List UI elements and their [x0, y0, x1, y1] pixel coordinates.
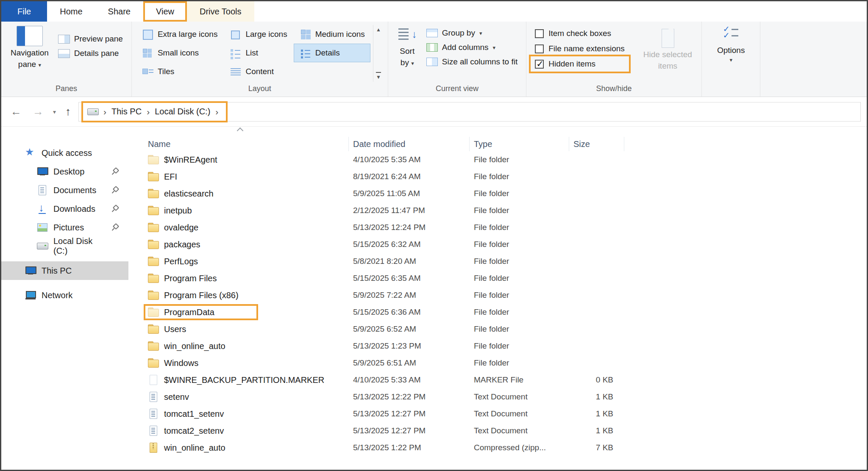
hide-selected-items-button[interactable]: Hide selected items — [638, 28, 697, 72]
file-icon — [148, 307, 159, 317]
group-by-button[interactable]: Group by ▾ — [422, 26, 522, 40]
ribbon-tab[interactable]: View — [143, 1, 187, 22]
ribbon-tab-label: Home — [60, 7, 82, 17]
details-pane-button[interactable]: Details pane — [54, 46, 127, 61]
file-name-cell[interactable]: ProgramData — [145, 306, 256, 319]
file-name-cell[interactable]: win_online_auto — [145, 441, 231, 454]
file-row[interactable]: Program Files 5/15/2025 6:35 AM File fol… — [128, 270, 867, 287]
breadcrumb-chevron-icon[interactable]: › — [215, 107, 218, 117]
ribbon-tab[interactable]: Share — [95, 1, 143, 22]
up-icon[interactable]: ↑ — [62, 105, 74, 118]
forward-icon[interactable]: → — [29, 105, 47, 118]
sidebar-item[interactable]: Documents — [1, 181, 128, 199]
sidebar-item[interactable]: Quick access — [1, 144, 128, 162]
sidebar-item[interactable]: Network — [1, 286, 128, 305]
show-hide-checkbox-row[interactable]: Hidden items — [531, 56, 629, 72]
file-name-cell[interactable]: EFI — [145, 170, 183, 183]
sidebar-item[interactable]: Desktop — [1, 162, 128, 181]
column-header-name[interactable]: Name — [128, 137, 349, 151]
file-icon — [148, 426, 159, 436]
file-row[interactable]: ovaledge 5/13/2025 12:24 PM File folder — [128, 219, 867, 236]
file-name-cell[interactable]: tomcat2_setenv — [145, 424, 230, 437]
file-row[interactable]: Users 5/9/2025 6:52 AM File folder — [128, 321, 867, 338]
layout-option[interactable]: Details — [294, 44, 370, 62]
file-date-modified: 5/15/2025 6:32 AM — [349, 240, 470, 249]
file-name-cell[interactable]: ovaledge — [145, 221, 204, 234]
breadcrumb-chevron-icon[interactable]: › — [147, 107, 150, 117]
address-field[interactable]: › This PC › Local Disk (C:) › — [78, 102, 861, 122]
back-icon[interactable]: ← — [7, 105, 25, 118]
file-name-cell[interactable]: Windows — [145, 357, 204, 369]
file-name-cell[interactable]: $WINRE_BACKUP_PARTITION.MARKER — [145, 374, 330, 386]
file-name-cell[interactable]: packages — [145, 238, 206, 251]
file-name-cell[interactable]: PerfLogs — [145, 255, 204, 268]
file-name-cell[interactable]: tomcat1_setenv — [145, 407, 230, 420]
preview-pane-button[interactable]: Preview pane — [54, 32, 127, 46]
recent-locations-icon[interactable]: ▾ — [51, 108, 58, 115]
column-header-type[interactable]: Type — [470, 137, 569, 151]
layout-option[interactable]: List — [224, 44, 292, 62]
layout-option[interactable]: Small icons — [136, 44, 223, 62]
sidebar-item[interactable]: Local Disk (C:) — [1, 237, 128, 255]
file-type: MARKER File — [470, 375, 569, 385]
layout-option[interactable]: Large icons — [224, 25, 292, 44]
sidebar-item[interactable]: Pictures — [1, 218, 128, 237]
layout-option[interactable]: Extra large icons — [136, 25, 223, 44]
file-name-cell[interactable]: Program Files (x86) — [145, 289, 245, 302]
file-row[interactable]: $WinREAgent 4/10/2025 5:35 AM File folde… — [128, 151, 867, 168]
file-type: Text Document — [470, 392, 569, 402]
file-type: File folder — [470, 358, 569, 368]
file-row[interactable]: Program Files (x86) 5/9/2025 7:22 AM Fil… — [128, 287, 867, 304]
breadcrumb-item[interactable]: Local Disk (C:) › — [155, 107, 218, 117]
file-row[interactable]: EFI 8/19/2021 6:24 AM File folder — [128, 168, 867, 185]
file-name-cell[interactable]: $WinREAgent — [145, 153, 223, 166]
breadcrumb-chevron-icon[interactable]: › — [103, 107, 106, 117]
layout-option[interactable]: Medium icons — [294, 25, 370, 44]
checkbox-icon[interactable] — [535, 44, 544, 53]
file-name-cell[interactable]: Users — [145, 323, 192, 335]
size-all-columns-button[interactable]: Size all columns to fit — [422, 55, 522, 69]
file-row[interactable]: PerfLogs 5/8/2021 8:20 AM File folder — [128, 253, 867, 270]
size-all-columns-icon — [426, 58, 438, 66]
ribbon-tab[interactable]: Home — [47, 1, 95, 22]
sidebar-item[interactable]: Downloads — [1, 199, 128, 218]
checkbox-icon[interactable] — [535, 29, 544, 38]
checkbox-icon[interactable] — [535, 60, 544, 69]
navigation-pane-button[interactable]: Navigation pane ▾ — [6, 25, 54, 70]
show-hide-checkbox-row[interactable]: File name extensions — [531, 41, 629, 56]
file-name-cell[interactable]: win_online_auto — [145, 340, 231, 352]
file-name-cell[interactable]: Program Files — [145, 272, 223, 285]
file-row[interactable]: win_online_auto 5/13/2025 1:23 PM File f… — [128, 338, 867, 355]
file-row[interactable]: $WINRE_BACKUP_PARTITION.MARKER 4/10/2025… — [128, 371, 867, 388]
file-row[interactable]: elasticsearch 5/9/2025 11:05 AM File fol… — [128, 185, 867, 202]
column-header-size[interactable]: Size — [569, 137, 624, 151]
file-row[interactable]: setenv 5/13/2025 12:22 PM Text Document … — [128, 388, 867, 405]
gallery-more-icon[interactable]: ▼ — [376, 72, 381, 80]
layout-option[interactable]: Tiles — [136, 62, 223, 81]
file-icon — [148, 443, 159, 453]
sort-by-button[interactable]: Sort by ▾ — [392, 25, 422, 68]
file-name-cell[interactable]: inetpub — [145, 204, 198, 217]
file-row[interactable]: inetpub 2/12/2025 11:47 PM File folder — [128, 202, 867, 219]
layout-option[interactable]: Content — [224, 62, 292, 81]
file-row[interactable]: packages 5/15/2025 6:32 AM File folder — [128, 236, 867, 253]
file-name-cell[interactable]: elasticsearch — [145, 187, 220, 200]
file-row[interactable]: ProgramData 5/15/2025 6:36 AM File folde… — [128, 304, 867, 321]
ribbon-tab[interactable]: Drive Tools — [187, 1, 254, 22]
column-header-date-modified[interactable]: Date modified — [349, 137, 470, 151]
file-name-cell[interactable]: setenv — [145, 391, 195, 403]
file-row[interactable]: Windows 5/9/2025 6:51 AM File folder — [128, 355, 867, 371]
breadcrumb-item[interactable]: This PC › — [111, 107, 150, 117]
file-row[interactable]: tomcat1_setenv 5/13/2025 12:27 PM Text D… — [128, 405, 867, 422]
gallery-scroll-up-icon[interactable]: ▲ — [376, 27, 381, 33]
file-row[interactable]: win_online_auto 5/13/2025 1:22 PM Compre… — [128, 439, 867, 456]
add-columns-button[interactable]: Add columns ▾ — [422, 40, 522, 55]
group-by-label: Group by — [442, 28, 475, 38]
file-type: File folder — [470, 257, 569, 266]
options-button[interactable]: Options ▾ — [712, 25, 750, 64]
file-row[interactable]: tomcat2_setenv 5/13/2025 12:27 PM Text D… — [128, 422, 867, 439]
ribbon-tab[interactable]: File — [1, 1, 47, 22]
show-hide-checkbox-row[interactable]: Item check boxes — [531, 26, 629, 41]
sidebar-item[interactable]: This PC — [1, 261, 128, 280]
ribbon-group-show-hide: Item check boxes File name extensions Hi… — [526, 22, 702, 97]
